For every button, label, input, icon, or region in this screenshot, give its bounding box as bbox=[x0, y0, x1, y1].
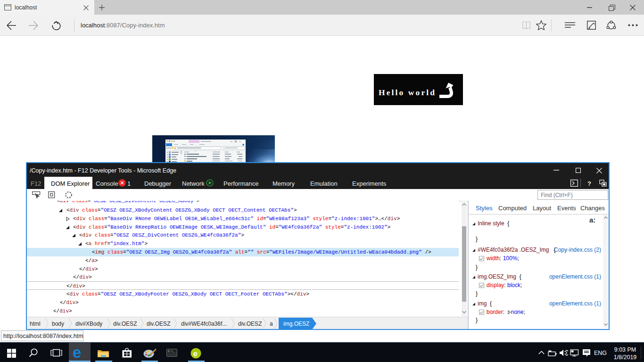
svg-text:C:\_: C:\_ bbox=[168, 350, 175, 353]
svg-text:e: e bbox=[193, 349, 198, 358]
